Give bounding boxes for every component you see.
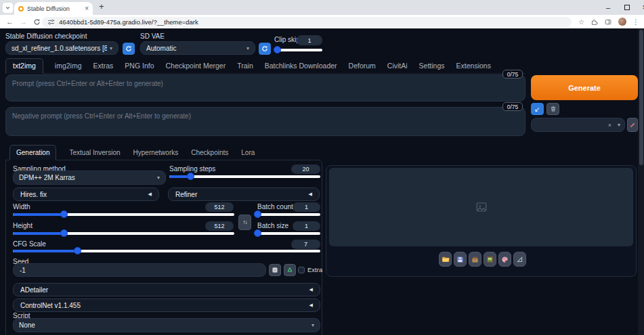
reload-button[interactable] — [33, 18, 41, 26]
screen: Stable Diffusion × + – × ← → 4640bbd1-5d… — [0, 0, 644, 335]
browser-tab-title: Stable Diffusion — [27, 5, 81, 12]
script-dropdown[interactable]: None ▾ — [13, 318, 320, 332]
bookmark-star-icon[interactable]: ☆ — [578, 18, 584, 26]
tab-train[interactable]: Train — [237, 62, 253, 74]
width-value[interactable]: 512 — [205, 202, 234, 212]
prompt-textarea[interactable] — [5, 74, 525, 102]
paste-generation-params-button[interactable]: ↙ — [531, 103, 544, 115]
random-seed-button[interactable] — [269, 264, 281, 276]
tab-deforum[interactable]: Deforum — [349, 62, 376, 74]
cfg-scale-slider[interactable] — [13, 250, 320, 252]
generate-button[interactable]: Generate — [531, 75, 638, 100]
slider-thumb[interactable] — [274, 46, 281, 53]
refiner-label: Refiner — [175, 191, 309, 198]
batch-size-value[interactable]: 1 — [293, 221, 320, 231]
tab-txt2img[interactable]: txt2img — [5, 58, 43, 74]
cfg-scale-value[interactable]: 7 — [291, 240, 320, 249]
subtab-generation[interactable]: Generation — [9, 145, 56, 160]
batch-size-slider[interactable] — [257, 232, 320, 235]
slider-thumb[interactable] — [254, 210, 261, 218]
sampling-steps-slider[interactable] — [169, 175, 320, 178]
seed-input[interactable] — [13, 263, 266, 277]
browser-tab[interactable]: Stable Diffusion × — [14, 2, 93, 15]
window-minimize-button[interactable]: – — [599, 0, 618, 15]
sampling-steps-value[interactable]: 20 — [291, 164, 320, 174]
window-close-button[interactable]: × — [635, 0, 644, 15]
scrollbar-thumb[interactable] — [639, 30, 643, 165]
pencil-icon — [629, 122, 636, 129]
tab-civitai[interactable]: CivitAi — [387, 62, 408, 74]
tab-img2img[interactable]: img2img — [55, 62, 82, 74]
save-image-button[interactable] — [454, 252, 467, 267]
back-button[interactable]: ← — [6, 18, 14, 26]
new-tab-button[interactable]: + — [99, 1, 104, 12]
clip-skip-value[interactable]: 1 — [297, 35, 322, 45]
window-maximize-button[interactable] — [618, 0, 637, 15]
tab-extras[interactable]: Extras — [93, 62, 114, 74]
tab-png-info[interactable]: PNG Info — [125, 62, 154, 74]
chevron-down-icon: ▾ — [246, 45, 249, 51]
toolbar-right: ☆ ⋮ — [578, 15, 644, 28]
send-to-extras-button[interactable] — [513, 252, 526, 267]
tab-search-button[interactable] — [3, 3, 13, 13]
tab-checkpoint-merger[interactable]: Checkpoint Merger — [165, 62, 226, 74]
tab-batchlinks-downloader[interactable]: Batchlinks Downloader — [265, 62, 337, 74]
extensions-puzzle-icon[interactable] — [591, 18, 598, 26]
site-settings-icon[interactable] — [47, 18, 55, 26]
forward-button[interactable]: → — [20, 18, 27, 26]
batch-count-slider[interactable] — [257, 213, 320, 216]
prompt-token-counter: 0/75 — [502, 70, 523, 79]
refiner-accordion[interactable]: Refiner ◀ — [168, 187, 320, 201]
negative-prompt-token-counter: 0/75 — [502, 102, 523, 111]
trash-icon — [550, 106, 557, 112]
send-to-img2img-button[interactable] — [484, 252, 496, 267]
tab-extensions[interactable]: Extensions — [456, 62, 491, 74]
profile-avatar[interactable] — [618, 18, 626, 26]
adetailer-label: ADetailer — [20, 286, 309, 294]
swap-width-height-button[interactable]: ↑↓ — [238, 215, 251, 230]
clip-skip-slider[interactable] — [275, 49, 322, 51]
edit-styles-button[interactable] — [627, 118, 638, 132]
refresh-icon — [261, 45, 268, 52]
tab-settings[interactable]: Settings — [419, 62, 445, 74]
subtab-lora[interactable]: Lora — [241, 149, 255, 156]
save-zip-button[interactable] — [469, 252, 481, 267]
send-to-inpaint-button[interactable] — [498, 252, 511, 267]
checkpoint-label: Stable Diffusion checkpoint — [5, 32, 87, 40]
tab-close-icon[interactable]: × — [85, 5, 89, 12]
negative-prompt-textarea[interactable] — [5, 107, 525, 136]
output-image-area[interactable] — [329, 168, 633, 246]
vae-label: SD VAE — [140, 32, 165, 40]
height-slider[interactable] — [13, 232, 234, 235]
width-slider[interactable] — [13, 213, 234, 216]
clear-styles-icon[interactable]: × — [608, 122, 611, 129]
seed-extra-checkbox[interactable] — [298, 267, 305, 273]
controlnet-accordion[interactable]: ControlNet v1.1.455 ◀ — [13, 298, 320, 312]
browser-menu-icon[interactable]: ⋮ — [632, 18, 639, 26]
refresh-checkpoints-button[interactable] — [123, 43, 135, 55]
scrollbar[interactable] — [638, 28, 644, 335]
open-folder-button[interactable] — [439, 252, 452, 267]
clear-prompt-button[interactable] — [546, 103, 559, 115]
subtab-hypernetworks[interactable]: Hypernetworks — [133, 149, 179, 156]
sampling-method-dropdown[interactable]: DPM++ 2M Karras ▾ — [13, 171, 166, 185]
styles-dropdown[interactable]: × ▾ — [531, 118, 625, 132]
triangle-ruler-icon — [516, 256, 523, 263]
hires-fix-accordion[interactable]: Hires. fix ◀ — [13, 187, 159, 201]
sampling-method-value: DPM++ 2M Karras — [19, 174, 154, 181]
reuse-seed-button[interactable] — [284, 264, 296, 276]
subtab-textual-inversion[interactable]: Textual Inversion — [69, 149, 120, 156]
refresh-vae-button[interactable] — [259, 43, 271, 55]
side-panel-icon[interactable] — [604, 18, 612, 26]
slider-thumb[interactable] — [254, 229, 261, 237]
address-bar[interactable]: 4640bbd1-5d89-475a.gradio.live/?__theme=… — [42, 17, 572, 27]
card-file-box-icon — [471, 256, 479, 263]
vae-dropdown[interactable]: Automatic ▾ — [140, 41, 255, 55]
checkpoint-dropdown[interactable]: sd_xl_refiner_1.0.safetensors [8d0ce6c01… — [5, 41, 119, 55]
refresh-icon — [125, 45, 132, 52]
batch-count-value[interactable]: 1 — [293, 202, 320, 212]
subtab-checkpoints[interactable]: Checkpoints — [191, 149, 228, 156]
adetailer-accordion[interactable]: ADetailer ◀ — [13, 283, 320, 296]
sampling-steps-label: Sampling steps — [169, 165, 215, 173]
height-value[interactable]: 512 — [205, 221, 234, 231]
